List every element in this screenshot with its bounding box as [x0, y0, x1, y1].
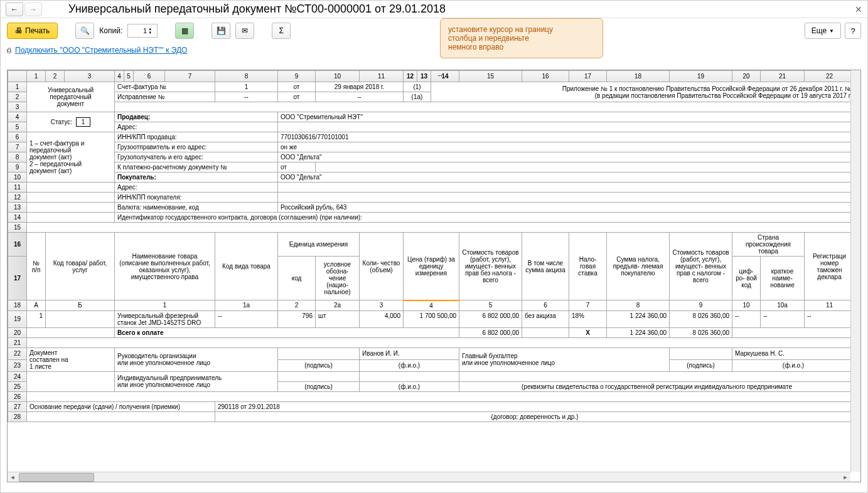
copies-input[interactable] — [129, 27, 147, 34]
print-button[interactable]: 🖶 Печать — [7, 23, 58, 39]
copies-spinner[interactable]: ▲▼ — [127, 24, 158, 38]
edo-connect-link[interactable]: Подключить "ООО "Стремительный НЭТ"" к Э… — [15, 46, 187, 55]
nav-back-button[interactable]: ← — [6, 3, 23, 16]
sum-button[interactable]: Σ — [272, 23, 291, 39]
email-button[interactable]: ✉ — [235, 23, 254, 39]
resize-cursor-icon: ↔ — [437, 72, 444, 79]
vertical-scrollbar[interactable] — [850, 70, 860, 472]
spin-down[interactable]: ▼ — [148, 31, 152, 34]
print-icon: 🖶 — [15, 26, 23, 35]
connect-icon: ⎙ — [7, 46, 11, 54]
table-settings-button[interactable]: ▦ — [175, 23, 194, 39]
window-title: Универсальный передаточный документ №СТ0… — [68, 3, 446, 16]
horizontal-scrollbar[interactable]: ◄► — [8, 472, 850, 482]
print-label: Печать — [25, 26, 50, 35]
hint-tooltip: установите курсор на границу столбца и п… — [440, 18, 603, 58]
save-button[interactable]: 💾 — [212, 23, 230, 39]
help-button[interactable]: ? — [845, 23, 861, 39]
more-button[interactable]: Еще▼ — [805, 23, 841, 39]
spreadsheet[interactable]: 123 456 789 101112 131415 161718 192021 … — [7, 70, 861, 482]
nav-forward-button[interactable]: → — [24, 3, 42, 16]
preview-button[interactable]: 🔍 — [75, 23, 94, 39]
copies-label: Копий: — [99, 26, 122, 35]
close-button[interactable]: ✕ — [855, 4, 862, 14]
